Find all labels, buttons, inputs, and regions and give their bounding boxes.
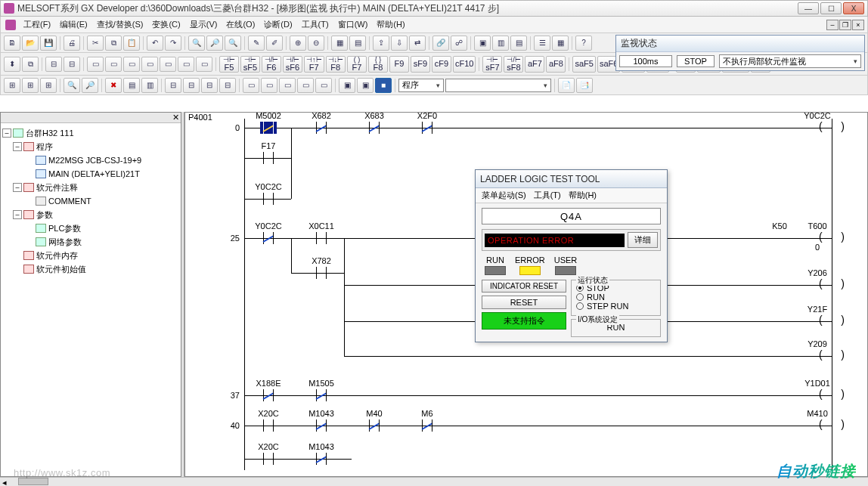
lltt-detail-button[interactable]: 详细 (628, 232, 658, 248)
tb2-i[interactable]: ▭ (160, 57, 176, 72)
tree-close-icon[interactable]: ✕ (172, 113, 179, 122)
tb3-18[interactable]: ▣ (339, 78, 355, 93)
tb2-h[interactable]: ▭ (141, 57, 158, 72)
contact-X0C11[interactable] (313, 232, 330, 244)
open-button[interactable]: 📂 (22, 36, 39, 51)
ladder-logic-test-tool-window[interactable]: LADDER LOGIC TEST TOOL 菜单起动(S) 工具(T) 帮助(… (475, 169, 668, 342)
coil-M410[interactable] (819, 419, 845, 432)
tree-device-init[interactable]: 软元件初始值 (36, 262, 86, 276)
tb3-3[interactable]: ⊞ (40, 78, 57, 93)
fkey-aF7[interactable]: aF7 (525, 56, 544, 73)
tree-comments[interactable]: 软元件注释 (36, 181, 78, 194)
tb3-11[interactable]: ⊟ (201, 78, 218, 93)
tb3-14[interactable]: ▭ (261, 78, 277, 93)
tree-comment-file[interactable]: COMMENT (48, 194, 91, 208)
tb3-12[interactable]: ⊟ (219, 78, 236, 93)
fkey-cF10[interactable]: cF10 (453, 56, 476, 73)
contact-Y0C2C[interactable] (260, 232, 277, 244)
plc-status-button[interactable]: ☍ (451, 36, 467, 51)
list-button[interactable]: ☰ (534, 36, 550, 51)
coil-Y21F[interactable] (819, 315, 845, 327)
lltt-menu-help[interactable]: 帮助(H) (569, 190, 597, 201)
monitor-option-combo[interactable]: 不执行局部软元件监视 (719, 54, 861, 68)
fkey-sF6[interactable]: ⊣/⊢sF6 (283, 56, 302, 73)
redo-button[interactable]: ↷ (165, 36, 181, 51)
compare-button[interactable]: ⇄ (409, 36, 426, 51)
contact-M5002[interactable] (260, 122, 277, 134)
tree-expander[interactable]: – (2, 128, 11, 138)
tb3-16[interactable]: ▭ (297, 78, 314, 93)
contact-X782[interactable] (313, 267, 330, 279)
tb2-k[interactable]: ▭ (196, 57, 212, 72)
tb2-a[interactable]: ⬍ (4, 57, 20, 72)
convert-button[interactable]: ✎ (248, 36, 265, 51)
mode-combo[interactable]: 程序 (398, 79, 444, 92)
tree-net-param[interactable]: 网络参数 (48, 235, 82, 249)
lltt-indicator-reset-button[interactable]: INDICATOR RESET (482, 280, 566, 293)
tb3-6[interactable]: ✖ (105, 78, 122, 93)
contact-X683[interactable] (366, 122, 383, 134)
tb2-b[interactable]: ⧉ (22, 57, 39, 72)
tb3-7[interactable]: ▤ (123, 78, 140, 93)
fkey-F8[interactable]: { }F8 (368, 56, 388, 73)
tree-prog-1[interactable]: M22MSG JCB-CSJ-19+9 (48, 153, 141, 167)
tree-program[interactable]: 程序 (36, 140, 53, 153)
fkey-sF5[interactable]: ⊣⊢sF5 (240, 56, 260, 73)
contact-X188E[interactable] (260, 389, 277, 401)
lltt-menu-tools[interactable]: 工具(T) (534, 190, 561, 201)
contact-X682[interactable] (313, 122, 330, 134)
target-combo[interactable] (445, 79, 551, 92)
menu-tools[interactable]: 工具(T) (297, 19, 333, 30)
menu-window[interactable]: 窗口(W) (333, 19, 373, 30)
contact-F17[interactable] (260, 152, 277, 164)
coil-Y206[interactable] (819, 279, 845, 291)
fkey-saF5[interactable]: saF5 (572, 56, 595, 73)
print-button[interactable]: 🖨 (64, 36, 80, 51)
contact-Y0C2C[interactable] (260, 193, 277, 205)
tree-expander[interactable]: – (13, 210, 22, 219)
edit-button[interactable]: ✐ (266, 36, 283, 51)
menu-online[interactable]: 在线(O) (222, 19, 259, 30)
tb3-22[interactable]: 📑 (576, 78, 593, 93)
tree-expander[interactable]: – (13, 183, 22, 192)
tb3-17[interactable]: ▭ (315, 78, 332, 93)
contact-X20C[interactable] (260, 419, 277, 432)
zoom-out-button[interactable]: ⊖ (308, 36, 324, 51)
contact-M1043[interactable] (313, 453, 330, 465)
tile-v-button[interactable]: ▤ (510, 36, 527, 51)
tb2-d[interactable]: ⊟ (64, 57, 80, 72)
find-device-button[interactable]: 🔍 (225, 36, 241, 51)
tb2-j[interactable]: ▭ (178, 57, 194, 72)
coil-Y0C2C[interactable] (819, 122, 845, 134)
grid-button[interactable]: ▦ (552, 36, 569, 51)
cut-button[interactable]: ✂ (87, 36, 104, 51)
menu-search[interactable]: 查找/替换(S) (92, 19, 148, 30)
fkey-sF9[interactable]: sF9 (411, 56, 430, 73)
lltt-title[interactable]: LADDER LOGIC TEST TOOL (476, 170, 667, 188)
tb3-19[interactable]: ▣ (357, 78, 374, 93)
tree-root[interactable]: 台群H32 111 (26, 126, 74, 140)
fkey-F7[interactable]: ⊣↑⊢F7 (304, 56, 324, 73)
close-button[interactable]: X (843, 2, 864, 14)
mdi-close[interactable]: × (852, 20, 864, 30)
tb2-e[interactable]: ▭ (87, 57, 104, 72)
menu-project[interactable]: 工程(F) (19, 19, 55, 30)
read-plc-button[interactable]: ⇩ (391, 36, 408, 51)
contact-X2F0[interactable] (419, 122, 436, 134)
monitor-button[interactable]: ▦ (331, 36, 348, 51)
fkey-F6[interactable]: ⊣/⊢F6 (262, 56, 281, 73)
menu-view[interactable]: 显示(V) (185, 19, 222, 30)
tb3-13[interactable]: ▭ (243, 78, 259, 93)
menu-help[interactable]: 帮助(H) (372, 19, 409, 30)
coil-Y209[interactable] (819, 350, 845, 362)
tb3-2[interactable]: ⊞ (22, 78, 39, 93)
fkey-F5[interactable]: ⊣⊢F5 (219, 56, 239, 73)
tb2-g[interactable]: ▭ (123, 57, 140, 72)
fkey-F9[interactable]: F9 (389, 56, 409, 73)
copy-button[interactable]: ⧉ (105, 36, 122, 51)
project-tree[interactable]: –台群H32 111 –程序 M22MSG JCB-CSJ-19+9 MAIN … (1, 123, 181, 476)
tb3-1[interactable]: ⊞ (4, 78, 20, 93)
menu-convert[interactable]: 变换(C) (147, 19, 184, 30)
tree-expander[interactable]: – (13, 142, 22, 151)
tb3-5[interactable]: 🔎 (82, 78, 98, 93)
